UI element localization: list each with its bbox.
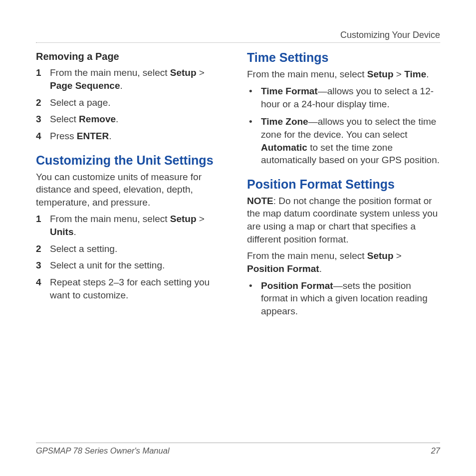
unit-settings-heading: Customizing the Unit Settings [36, 153, 229, 168]
time-settings-list: • Time Format—allows you to select a 12-… [247, 85, 440, 167]
list-item: 2 Select a setting. [36, 242, 229, 255]
step-text: Select Remove. [50, 113, 229, 126]
unit-settings-steps: 1 From the main menu, select Setup > Uni… [36, 213, 229, 301]
list-item: 3 Select a unit for the setting. [36, 259, 229, 272]
step-text: Select a setting. [50, 242, 229, 255]
bullet-icon: • [247, 85, 261, 110]
step-number: 2 [36, 242, 50, 255]
list-item: 4 Press ENTER. [36, 130, 229, 143]
bullet-text: Position Format—sets the position format… [261, 279, 440, 318]
step-number: 3 [36, 113, 50, 126]
page-footer: GPSMAP 78 Series Owner's Manual 27 [36, 443, 440, 456]
header-text: Customizing Your Device [340, 30, 440, 40]
bullet-icon: • [247, 115, 261, 167]
unit-settings-intro: You can customize units of measure for d… [36, 171, 229, 209]
list-item: • Time Zone—allows you to select the tim… [247, 115, 440, 167]
step-number: 4 [36, 276, 50, 301]
page-number: 27 [431, 445, 440, 456]
time-settings-heading: Time Settings [247, 50, 440, 65]
step-text: Select a page. [50, 96, 229, 109]
running-header: Customizing Your Device [36, 29, 440, 43]
list-item: 1 From the main menu, select Setup > Uni… [36, 213, 229, 238]
time-settings-intro: From the main menu, select Setup > Time. [247, 68, 440, 81]
step-number: 1 [36, 66, 50, 92]
bullet-text: Time Zone—allows you to select the time … [261, 115, 440, 167]
right-column: Time Settings From the main menu, select… [247, 50, 440, 322]
list-item: • Time Format—allows you to select a 12-… [247, 85, 440, 110]
bullet-icon: • [247, 279, 261, 318]
position-format-list: • Position Format—sets the position form… [247, 279, 440, 318]
position-format-heading: Position Format Settings [247, 177, 440, 192]
step-number: 4 [36, 130, 50, 143]
step-text: Select a unit for the setting. [50, 259, 229, 272]
step-text: Press ENTER. [50, 130, 229, 143]
list-item: 4 Repeat steps 2–3 for each setting you … [36, 276, 229, 301]
step-number: 1 [36, 213, 50, 238]
step-text: From the main menu, select Setup > Page … [50, 66, 229, 92]
step-text: From the main menu, select Setup > Units… [50, 213, 229, 238]
step-number: 3 [36, 259, 50, 272]
bullet-text: Time Format—allows you to select a 12-ho… [261, 85, 440, 110]
list-item: 3 Select Remove. [36, 113, 229, 126]
footer-title: GPSMAP 78 Series Owner's Manual [36, 445, 170, 456]
left-column: Removing a Page 1 From the main menu, se… [36, 50, 229, 322]
list-item: • Position Format—sets the position form… [247, 279, 440, 318]
position-format-intro: From the main menu, select Setup > Posit… [247, 249, 440, 275]
step-number: 2 [36, 96, 50, 109]
content-columns: Removing a Page 1 From the main menu, se… [36, 50, 440, 322]
step-text: Repeat steps 2–3 for each setting you wa… [50, 276, 229, 301]
list-item: 2 Select a page. [36, 96, 229, 109]
removing-page-heading: Removing a Page [36, 50, 229, 63]
position-format-note: NOTE: Do not change the position format … [247, 195, 440, 246]
removing-page-steps: 1 From the main menu, select Setup > Pag… [36, 66, 229, 142]
list-item: 1 From the main menu, select Setup > Pag… [36, 66, 229, 92]
